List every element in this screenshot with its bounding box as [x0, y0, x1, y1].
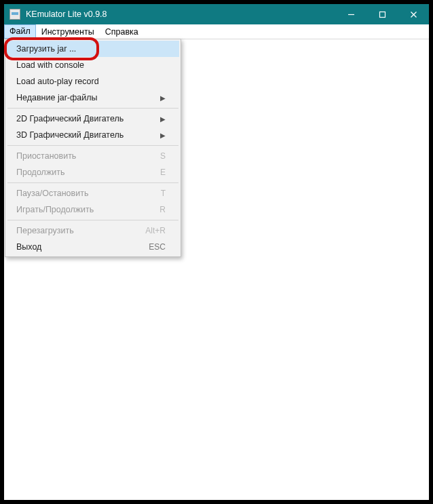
close-button[interactable] [398, 4, 429, 24]
app-icon [10, 9, 20, 20]
menu-item-label: Load with console [16, 60, 84, 70]
menubar: Файл Инструменты Справка [4, 24, 429, 39]
menu-load-jar[interactable]: Загрузить jar ... [7, 41, 179, 57]
menu-recent-jars[interactable]: Недавние jar-файлы ▶ [7, 90, 179, 106]
menu-suspend: Приостановить S [7, 148, 179, 164]
menu-help[interactable]: Справка [100, 24, 144, 39]
maximize-button[interactable] [366, 4, 398, 24]
minimize-button[interactable] [335, 4, 366, 24]
app-window: KEmulator Lite v0.9.8 Файл Инструменты С… [0, 0, 433, 504]
menu-item-label: Пауза/Остановить [16, 189, 88, 198]
menu-item-label: 2D Графический Двигатель [16, 114, 124, 123]
window-title: KEmulator Lite v0.9.8 [26, 9, 335, 19]
menu-shortcut: ESC [149, 242, 166, 252]
menu-separator [7, 108, 178, 109]
menu-item-label: Выход [16, 242, 41, 252]
menu-reload: Перезагрузить Alt+R [7, 222, 179, 239]
menu-shortcut: E [160, 168, 166, 177]
window-buttons [335, 4, 429, 24]
menu-exit[interactable]: Выход ESC [7, 239, 179, 255]
menu-load-autoplay[interactable]: Load auto-play record [7, 73, 179, 90]
menu-item-label: Играть/Продолжить [16, 205, 94, 214]
content-area: OpenGL ES(JSR239) Загрузить jar ... Load… [4, 39, 429, 500]
menu-item-label: 3D Графический Двигатель [16, 130, 124, 140]
chevron-right-icon: ▶ [160, 94, 166, 102]
menu-item-label: Приостановить [16, 151, 76, 161]
menu-item-label: Продолжить [16, 168, 64, 177]
menu-shortcut: S [160, 151, 166, 161]
menu-separator [7, 220, 178, 220]
menu-resume: Продолжить E [7, 164, 179, 180]
menu-shortcut: Alt+R [145, 226, 166, 235]
menu-load-with-console[interactable]: Load with console [7, 57, 179, 73]
menu-file[interactable]: Файл [4, 24, 36, 39]
menu-play-resume: Играть/Продолжить R [7, 201, 179, 218]
menu-item-label: Недавние jar-файлы [16, 93, 97, 102]
menu-item-label: Load auto-play record [16, 77, 99, 86]
menu-item-label: Перезагрузить [16, 226, 74, 235]
menu-shortcut: R [159, 205, 166, 214]
menu-separator [7, 182, 178, 183]
chevron-right-icon: ▶ [160, 115, 166, 123]
titlebar: KEmulator Lite v0.9.8 [4, 4, 429, 24]
file-dropdown: Загрузить jar ... Load with console Load… [5, 39, 181, 257]
menu-item-label: Загрузить jar ... [16, 44, 76, 54]
menu-shortcut: T [161, 189, 166, 198]
svg-rect-1 [379, 12, 385, 17]
menu-pause-stop: Пауза/Остановить T [7, 185, 179, 201]
menu-tools[interactable]: Инструменты [36, 24, 100, 39]
chevron-right-icon: ▶ [160, 132, 166, 139]
menu-engine-3d[interactable]: 3D Графический Двигатель ▶ [7, 127, 179, 143]
menu-engine-2d[interactable]: 2D Графический Двигатель ▶ [7, 111, 179, 127]
menu-separator [7, 145, 178, 146]
